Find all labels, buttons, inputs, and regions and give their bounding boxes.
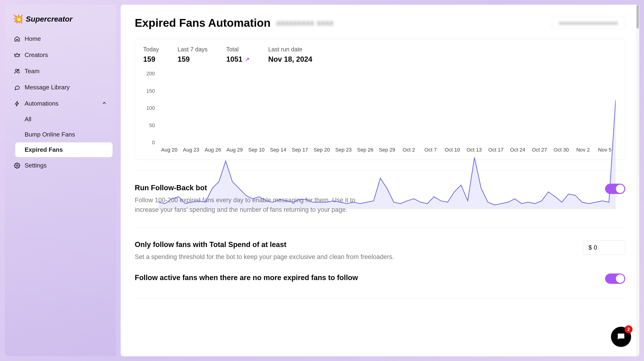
stat-total: Total 1051 ↗ <box>226 46 250 64</box>
setting-control: $ 0 <box>583 240 625 255</box>
x-tick: Oct 24 <box>507 147 529 155</box>
subnav-bump-online-fans[interactable]: Bump Online Fans <box>15 127 112 142</box>
x-tick: Sep 29 <box>376 147 398 155</box>
nav-automations[interactable]: Automations <box>8 96 112 111</box>
stat-label: Last 7 days <box>178 46 208 53</box>
chat-icon <box>14 84 20 91</box>
subnav-label: Bump Online Fans <box>24 131 75 138</box>
nav-label: Creators <box>24 51 48 59</box>
currency-symbol: $ <box>588 244 592 251</box>
stat-value: Nov 18, 2024 <box>268 55 312 64</box>
x-tick: Oct 13 <box>463 147 485 155</box>
scrollbar-thumb[interactable] <box>636 5 639 29</box>
chart: 200150100500 Aug 20Aug 23Aug 26Aug 29Sep… <box>143 71 617 155</box>
chart-x-axis: Aug 20Aug 23Aug 26Aug 29Sep 10Sep 14Sep … <box>158 147 616 155</box>
x-tick: Oct 27 <box>528 147 550 155</box>
stat-label: Today <box>143 46 159 53</box>
setting-title: Only follow fans with Total Spend of at … <box>135 240 411 249</box>
setting-text: Only follow fans with Total Spend of at … <box>135 240 411 262</box>
follow-back-toggle[interactable] <box>605 184 625 194</box>
external-link-icon: ↗ <box>245 56 250 63</box>
nav-settings[interactable]: Settings <box>8 158 112 173</box>
nav-label: Message Library <box>24 84 70 91</box>
sidebar: 💥 Supercreator Home Creators Team <box>5 5 116 356</box>
x-tick: Oct 7 <box>420 147 442 155</box>
x-tick: Oct 2 <box>398 147 420 155</box>
y-tick: 50 <box>149 122 157 129</box>
y-tick: 150 <box>146 88 157 94</box>
scrollbar[interactable] <box>636 5 639 356</box>
x-tick: Sep 14 <box>268 147 289 155</box>
people-icon <box>14 68 20 75</box>
min-spend-input[interactable]: $ 0 <box>583 240 625 255</box>
stat-today: Today 159 <box>143 46 159 64</box>
stat-last-run-date: Last run date Nov 18, 2024 <box>268 46 312 64</box>
crown-icon <box>14 52 20 58</box>
setting-control <box>605 273 625 284</box>
gear-icon <box>14 162 20 169</box>
toggle-thumb <box>616 274 624 283</box>
nav-label: Home <box>24 35 41 43</box>
brand-logo[interactable]: 💥 Supercreator <box>8 12 112 31</box>
setting-min-spend: Only follow fans with Total Spend of at … <box>135 238 625 264</box>
x-tick: Aug 29 <box>224 147 246 155</box>
subnav-label: All <box>24 116 32 123</box>
x-tick: Oct 10 <box>442 147 463 155</box>
brand-name: Supercreator <box>26 15 72 24</box>
y-tick: 0 <box>152 140 157 146</box>
min-spend-value: 0 <box>594 244 597 251</box>
nav-label: Team <box>24 68 40 75</box>
page-title: Expired Fans Automation <box>135 17 271 29</box>
stats-card: Today 159 Last 7 days 159 Total 1051 ↗ L… <box>135 39 625 160</box>
x-tick: Oct 17 <box>485 147 507 155</box>
chart-plot <box>158 72 616 209</box>
nav-label: Automations <box>24 100 58 107</box>
y-tick: 100 <box>146 105 157 111</box>
stat-last-7-days: Last 7 days 159 <box>178 46 208 64</box>
y-tick: 200 <box>146 71 157 77</box>
x-tick: Nov 2 <box>572 147 594 155</box>
x-tick: Sep 20 <box>311 147 332 155</box>
stats-row: Today 159 Last 7 days 159 Total 1051 ↗ L… <box>143 46 617 64</box>
home-icon <box>14 36 20 42</box>
follow-active-toggle[interactable] <box>605 273 625 284</box>
chat-bubble-icon <box>616 332 626 342</box>
stat-number: 1051 <box>226 55 242 64</box>
toggle-thumb <box>616 185 624 193</box>
nav-home[interactable]: Home <box>8 31 112 47</box>
svg-point-1 <box>18 69 19 71</box>
x-tick: Aug 26 <box>202 147 224 155</box>
x-tick: Aug 20 <box>158 147 180 155</box>
automations-subnav: All Bump Online Fans Expired Fans <box>8 112 112 157</box>
subnav-expired-fans[interactable]: Expired Fans <box>15 142 112 157</box>
setting-description: Set a spending threshold for the bot to … <box>135 252 411 262</box>
x-tick: Sep 23 <box>332 147 354 155</box>
nav-creators[interactable]: Creators <box>8 47 112 63</box>
svg-point-2 <box>16 165 18 166</box>
x-tick: Oct 30 <box>550 147 572 155</box>
svg-point-0 <box>15 69 17 71</box>
sparkle-icon: 💥 <box>13 14 24 24</box>
setting-follow-active-fans: Follow active fans when there are no mor… <box>135 271 625 288</box>
divider <box>135 298 625 298</box>
x-tick: Nov 5 <box>594 147 616 155</box>
subnav-all[interactable]: All <box>15 112 112 127</box>
page-subtitle-redacted: xxxxxxxxx xxxx <box>276 19 334 27</box>
x-tick: Sep 17 <box>289 147 311 155</box>
chevron-up-icon <box>102 100 107 107</box>
x-tick: Sep 10 <box>246 147 268 155</box>
nav-team[interactable]: Team <box>8 63 112 79</box>
x-tick: Aug 23 <box>180 147 202 155</box>
lightning-icon <box>14 100 20 107</box>
support-chat-button[interactable]: 2 <box>611 327 631 347</box>
x-tick: Sep 26 <box>354 147 376 155</box>
main-content: Expired Fans Automation xxxxxxxxx xxxx x… <box>121 5 639 356</box>
stat-label: Total <box>226 46 250 53</box>
main-nav: Home Creators Team Message Library <box>8 31 112 173</box>
account-selector[interactable]: xxxxxxxxxxxxxxxxxxxxx <box>552 17 625 29</box>
chart-y-axis: 200150100500 <box>143 71 157 146</box>
setting-title: Follow active fans when there are no mor… <box>135 273 411 282</box>
stat-value[interactable]: 1051 ↗ <box>226 55 250 64</box>
nav-message-library[interactable]: Message Library <box>8 80 112 95</box>
page-header: Expired Fans Automation xxxxxxxxx xxxx x… <box>135 17 625 29</box>
